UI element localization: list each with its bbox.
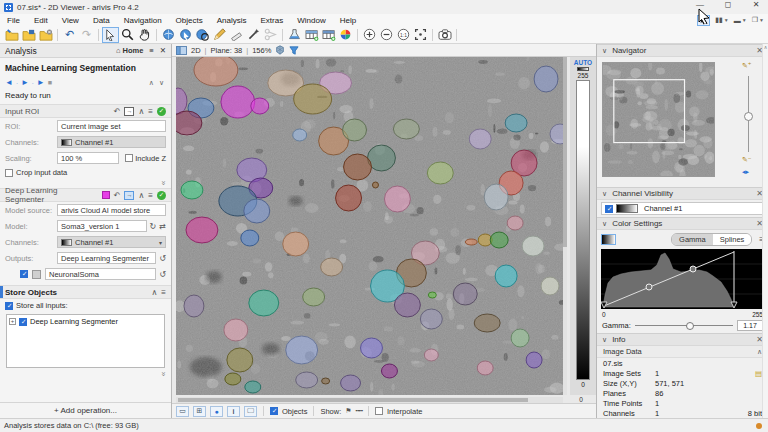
segmented-cell[interactable] — [293, 129, 307, 141]
show-annotations-icon[interactable]: ⚑ — [345, 407, 351, 415]
segmented-cell[interactable] — [453, 283, 477, 305]
splines-mode-button[interactable]: Splines — [713, 234, 752, 245]
segmented-cell[interactable] — [321, 258, 343, 276]
open-folder-icon[interactable] — [3, 27, 20, 43]
segmented-cell[interactable] — [296, 372, 318, 388]
include-z-checkbox[interactable] — [125, 154, 133, 162]
objects-checkbox[interactable] — [270, 407, 278, 415]
segmented-cell[interactable] — [336, 185, 362, 211]
panel-close-icon[interactable]: ✕ — [160, 46, 166, 55]
gamma-mode-button[interactable]: Gamma — [672, 234, 713, 245]
viewer-vertical-scrollbar[interactable] — [563, 57, 567, 395]
section-segmenter-header[interactable]: Deep Learning Segmenter ↶ → ∧ ≡ ✓ — [0, 188, 171, 202]
segmented-cell[interactable] — [227, 348, 253, 372]
interpolate-checkbox[interactable] — [375, 407, 383, 415]
segmented-cell[interactable] — [428, 292, 436, 298]
zoom-in-small-icon[interactable]: ✎⁺ — [742, 62, 752, 70]
pointer-mode-icon[interactable] — [697, 15, 710, 26]
layout-window-button[interactable]: ❐▼ — [752, 16, 764, 24]
minimize-button[interactable]: — — [694, 0, 706, 9]
presentation-view-icon[interactable]: 🖵 — [244, 406, 257, 417]
segmented-cell[interactable] — [251, 98, 269, 114]
segmented-cell[interactable] — [541, 277, 559, 295]
run-button[interactable]: ► — [37, 78, 45, 87]
segmented-cell[interactable] — [474, 314, 500, 332]
split-objects-icon[interactable] — [262, 27, 279, 43]
undo-icon[interactable]: ↶ — [61, 27, 78, 43]
segmented-cell[interactable] — [484, 184, 508, 210]
curve-control-point[interactable] — [646, 284, 652, 290]
color-settings-header[interactable]: ∨ Color Settings ✕ — [597, 217, 768, 230]
split-view-icon[interactable]: ⊞ — [193, 406, 206, 417]
menu-navigation[interactable]: Navigation — [117, 16, 169, 25]
segmented-cell[interactable] — [221, 86, 255, 118]
show-ruler-icon[interactable]: ╍╍ — [356, 407, 362, 415]
edit-objects-sphere-icon[interactable] — [194, 27, 211, 43]
navigator-header[interactable]: ∨ Navigator ✕ — [597, 44, 768, 57]
menu-analysis[interactable]: Analysis — [210, 16, 254, 25]
channel-visibility-header[interactable]: ∨ Channel Visibility ✕ — [597, 187, 768, 200]
segmented-cell[interactable] — [534, 66, 558, 92]
auto-contrast-button[interactable]: AUTO — [570, 57, 596, 66]
histogram[interactable] — [601, 249, 764, 311]
tree-item[interactable]: + Deep Learning Segmenter — [9, 317, 162, 326]
menu-window[interactable]: Window — [290, 16, 332, 25]
segmented-cell[interactable] — [424, 349, 438, 361]
gamma-slider-knob[interactable] — [686, 322, 694, 330]
gamma-slider[interactable] — [635, 321, 733, 330]
crop-input-checkbox[interactable] — [5, 169, 13, 177]
info-header[interactable]: ∨ Info ✕ — [597, 333, 768, 346]
channel-color-button[interactable] — [601, 234, 616, 245]
segmented-cell[interactable] — [224, 319, 248, 341]
segmented-cell[interactable] — [505, 114, 527, 132]
segmented-cell[interactable] — [241, 230, 259, 246]
maximize-button[interactable]: ◻ — [722, 0, 734, 9]
section-menu-icon[interactable]: ≡ — [148, 107, 153, 116]
segmented-cell[interactable] — [186, 217, 218, 243]
output-object-checkbox[interactable] — [20, 270, 28, 278]
stop-button[interactable]: ■ — [48, 79, 52, 86]
menu-edit[interactable]: Edit — [27, 16, 55, 25]
segmented-cell[interactable] — [176, 111, 202, 135]
undo-section-icon[interactable]: ↶ — [114, 107, 121, 116]
pointer-tool-icon[interactable] — [102, 27, 119, 43]
segmented-cell[interactable] — [393, 119, 419, 139]
channel-visible-checkbox[interactable] — [605, 205, 613, 213]
show-more-store-objects[interactable]: » — [0, 370, 171, 379]
segmented-cell[interactable] — [522, 236, 544, 256]
zoom-tool-icon[interactable] — [119, 27, 136, 43]
tracking-table-icon[interactable] — [320, 27, 337, 43]
segmenter-color-swatch[interactable] — [102, 191, 110, 199]
intensity-gradient-bar[interactable] — [576, 80, 590, 380]
image-data-subheader[interactable]: Image Data ∧ — [597, 346, 768, 358]
draw-tool-icon[interactable] — [211, 27, 228, 43]
model-source-input[interactable]: arivis Cloud AI model store — [57, 204, 166, 216]
eraser-tool-icon[interactable] — [228, 27, 245, 43]
collapse-all-icon[interactable]: ∧ — [149, 79, 156, 87]
scaling-input[interactable]: 100 % — [57, 152, 119, 164]
compare-model-icon[interactable]: ⇄ — [159, 222, 166, 231]
channels-select[interactable]: Channel #1 — [57, 136, 166, 148]
segmented-cell[interactable] — [361, 338, 383, 358]
model-input[interactable]: Soma3_version 1 — [57, 220, 147, 232]
collapse-section-icon[interactable]: ∧ — [151, 288, 157, 297]
gamma-value-input[interactable]: 1.17 — [737, 320, 763, 331]
tree-item-checkbox[interactable] — [19, 318, 27, 326]
zoom-in-icon[interactable] — [361, 27, 378, 43]
layout-columns-button[interactable]: ▮▮▼ — [715, 16, 729, 24]
segmenter-channels-select[interactable]: Channel #1▾ — [57, 236, 166, 248]
save-folder-icon[interactable] — [20, 27, 37, 43]
segmented-cell[interactable] — [372, 182, 378, 188]
analysis-flask-icon[interactable] — [286, 27, 303, 43]
close-folder-icon[interactable] — [37, 27, 54, 43]
roi-input[interactable]: Current image set — [57, 120, 166, 132]
zoom-fit-icon[interactable] — [412, 27, 429, 43]
segmented-cell[interactable] — [420, 309, 442, 329]
segmented-cell[interactable] — [507, 216, 523, 230]
objects-table-icon[interactable] — [303, 27, 320, 43]
rotate-sphere-icon[interactable] — [160, 27, 177, 43]
section-menu-icon[interactable]: ≡ — [161, 288, 166, 297]
zoom-out-small-icon[interactable]: ✎⁻ — [742, 156, 752, 164]
menu-data[interactable]: Data — [86, 16, 117, 25]
expand-all-icon[interactable]: ∨ — [159, 79, 166, 87]
